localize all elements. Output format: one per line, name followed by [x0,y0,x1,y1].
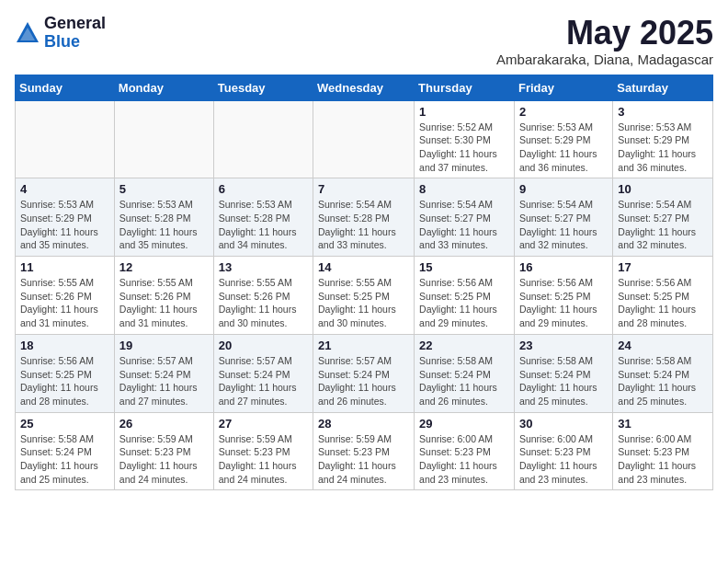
logo-general: General [44,15,106,33]
day-info: Sunrise: 5:53 AM Sunset: 5:29 PM Dayligh… [519,121,608,175]
calendar-day-cell: 2Sunrise: 5:53 AM Sunset: 5:29 PM Daylig… [514,100,612,178]
logo: General Blue [15,15,106,52]
header-row: SundayMondayTuesdayWednesdayThursdayFrid… [16,75,713,100]
calendar-day-cell: 30Sunrise: 6:00 AM Sunset: 5:23 PM Dayli… [514,412,612,490]
calendar-day-cell: 18Sunrise: 5:56 AM Sunset: 5:25 PM Dayli… [16,334,115,412]
logo-blue: Blue [44,33,106,52]
calendar-week-row: 25Sunrise: 5:58 AM Sunset: 5:24 PM Dayli… [16,412,713,490]
day-number: 23 [519,339,608,352]
header-day: Wednesday [313,75,415,100]
calendar-day-cell: 27Sunrise: 5:59 AM Sunset: 5:23 PM Dayli… [213,412,313,490]
calendar-day-cell: 6Sunrise: 5:53 AM Sunset: 5:28 PM Daylig… [213,178,313,257]
day-number: 30 [519,417,608,431]
calendar-day-cell: 21Sunrise: 5:57 AM Sunset: 5:24 PM Dayli… [313,334,415,412]
day-number: 15 [419,260,509,274]
day-info: Sunrise: 6:00 AM Sunset: 5:23 PM Dayligh… [519,432,608,487]
calendar-day-cell: 3Sunrise: 5:53 AM Sunset: 5:29 PM Daylig… [613,100,713,178]
day-number: 17 [618,260,708,274]
calendar-day-cell: 17Sunrise: 5:56 AM Sunset: 5:25 PM Dayli… [613,257,713,335]
day-info: Sunrise: 5:56 AM Sunset: 5:25 PM Dayligh… [20,354,109,408]
calendar-day-cell: 26Sunrise: 5:59 AM Sunset: 5:23 PM Dayli… [114,412,213,490]
day-info: Sunrise: 5:53 AM Sunset: 5:28 PM Dayligh… [119,198,209,252]
calendar-day-cell: 9Sunrise: 5:54 AM Sunset: 5:27 PM Daylig… [514,178,612,257]
logo-icon [15,20,40,46]
day-info: Sunrise: 5:57 AM Sunset: 5:24 PM Dayligh… [318,354,409,408]
calendar-week-row: 4Sunrise: 5:53 AM Sunset: 5:29 PM Daylig… [16,178,713,257]
day-number: 16 [519,260,608,274]
day-info: Sunrise: 5:57 AM Sunset: 5:24 PM Dayligh… [119,354,209,408]
day-info: Sunrise: 5:58 AM Sunset: 5:24 PM Dayligh… [618,354,708,408]
day-info: Sunrise: 5:55 AM Sunset: 5:26 PM Dayligh… [119,276,209,330]
day-number: 28 [318,417,409,431]
day-number: 5 [119,182,209,196]
page-header: General Blue May 2025 Ambarakaraka, Dian… [15,15,713,67]
day-number: 12 [119,260,209,274]
title-area: May 2025 Ambarakaraka, Diana, Madagascar [496,15,713,67]
calendar-day-cell [114,100,213,178]
day-info: Sunrise: 5:53 AM Sunset: 5:29 PM Dayligh… [618,121,708,175]
day-number: 20 [219,339,308,352]
day-number: 25 [20,417,109,431]
calendar-week-row: 1Sunrise: 5:52 AM Sunset: 5:30 PM Daylig… [16,100,713,178]
calendar-day-cell: 1Sunrise: 5:52 AM Sunset: 5:30 PM Daylig… [415,100,515,178]
day-number: 9 [519,182,608,196]
day-number: 31 [618,417,708,431]
calendar-day-cell: 13Sunrise: 5:55 AM Sunset: 5:26 PM Dayli… [213,257,313,335]
month-title: May 2025 [496,15,713,52]
day-number: 21 [318,339,409,352]
calendar-day-cell: 29Sunrise: 6:00 AM Sunset: 5:23 PM Dayli… [415,412,515,490]
day-number: 10 [618,182,708,196]
calendar-day-cell: 19Sunrise: 5:57 AM Sunset: 5:24 PM Dayli… [114,334,213,412]
calendar-day-cell: 22Sunrise: 5:58 AM Sunset: 5:24 PM Dayli… [415,334,515,412]
day-number: 14 [318,260,409,274]
day-info: Sunrise: 5:53 AM Sunset: 5:29 PM Dayligh… [20,198,109,252]
calendar-day-cell: 24Sunrise: 5:58 AM Sunset: 5:24 PM Dayli… [613,334,713,412]
calendar-day-cell: 8Sunrise: 5:54 AM Sunset: 5:27 PM Daylig… [415,178,515,257]
day-number: 13 [219,260,308,274]
day-info: Sunrise: 5:55 AM Sunset: 5:26 PM Dayligh… [20,276,109,330]
calendar-day-cell [16,100,115,178]
day-number: 19 [119,339,209,352]
day-info: Sunrise: 5:59 AM Sunset: 5:23 PM Dayligh… [219,432,308,487]
calendar-day-cell: 10Sunrise: 5:54 AM Sunset: 5:27 PM Dayli… [613,178,713,257]
day-info: Sunrise: 5:57 AM Sunset: 5:24 PM Dayligh… [219,354,308,408]
day-info: Sunrise: 5:58 AM Sunset: 5:24 PM Dayligh… [419,354,509,408]
calendar-week-row: 11Sunrise: 5:55 AM Sunset: 5:26 PM Dayli… [16,257,713,335]
calendar-day-cell: 31Sunrise: 6:00 AM Sunset: 5:23 PM Dayli… [613,412,713,490]
day-number: 3 [618,105,708,119]
header-day: Tuesday [213,75,313,100]
location: Ambarakaraka, Diana, Madagascar [496,52,713,67]
calendar-day-cell: 15Sunrise: 5:56 AM Sunset: 5:25 PM Dayli… [415,257,515,335]
day-info: Sunrise: 5:56 AM Sunset: 5:25 PM Dayligh… [618,276,708,330]
day-number: 24 [618,339,708,352]
day-number: 18 [20,339,109,352]
day-number: 11 [20,260,109,274]
logo-text: General Blue [44,15,106,52]
calendar-day-cell: 11Sunrise: 5:55 AM Sunset: 5:26 PM Dayli… [16,257,115,335]
calendar-table: SundayMondayTuesdayWednesdayThursdayFrid… [15,75,713,491]
day-number: 6 [219,182,308,196]
day-info: Sunrise: 5:58 AM Sunset: 5:24 PM Dayligh… [20,432,109,487]
calendar-day-cell: 28Sunrise: 5:59 AM Sunset: 5:23 PM Dayli… [313,412,415,490]
day-number: 8 [419,182,509,196]
day-info: Sunrise: 5:54 AM Sunset: 5:28 PM Dayligh… [318,198,409,252]
day-info: Sunrise: 5:56 AM Sunset: 5:25 PM Dayligh… [519,276,608,330]
day-number: 29 [419,417,509,431]
day-info: Sunrise: 5:54 AM Sunset: 5:27 PM Dayligh… [519,198,608,252]
calendar-day-cell [313,100,415,178]
calendar-day-cell: 20Sunrise: 5:57 AM Sunset: 5:24 PM Dayli… [213,334,313,412]
day-info: Sunrise: 5:59 AM Sunset: 5:23 PM Dayligh… [119,432,209,487]
calendar-day-cell [213,100,313,178]
calendar-day-cell: 5Sunrise: 5:53 AM Sunset: 5:28 PM Daylig… [114,178,213,257]
calendar-day-cell: 7Sunrise: 5:54 AM Sunset: 5:28 PM Daylig… [313,178,415,257]
header-day: Thursday [415,75,515,100]
day-number: 22 [419,339,509,352]
day-number: 2 [519,105,608,119]
day-number: 26 [119,417,209,431]
day-info: Sunrise: 5:56 AM Sunset: 5:25 PM Dayligh… [419,276,509,330]
calendar-day-cell: 25Sunrise: 5:58 AM Sunset: 5:24 PM Dayli… [16,412,115,490]
header-day: Friday [514,75,612,100]
header-day: Monday [114,75,213,100]
day-info: Sunrise: 5:55 AM Sunset: 5:25 PM Dayligh… [318,276,409,330]
calendar-header: SundayMondayTuesdayWednesdayThursdayFrid… [16,75,713,100]
